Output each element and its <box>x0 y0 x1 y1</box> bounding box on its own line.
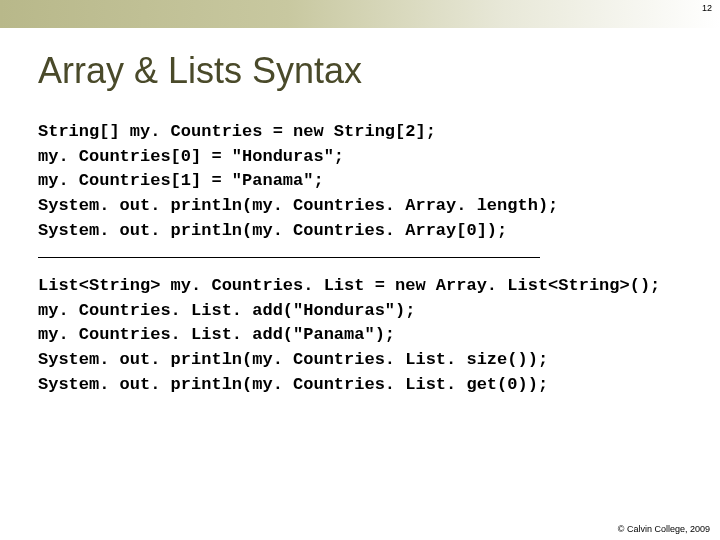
section-divider <box>38 257 540 258</box>
page-number: 12 <box>702 3 712 13</box>
code-block-array: String[] my. Countries = new String[2]; … <box>38 120 682 243</box>
code-block-list: List<String> my. Countries. List = new A… <box>38 274 682 397</box>
code-line: System. out. println(my. Countries. List… <box>38 350 548 369</box>
code-line: my. Countries. List. add("Honduras"); <box>38 301 415 320</box>
code-line: my. Countries[1] = "Panama"; <box>38 171 324 190</box>
code-line: List<String> my. Countries. List = new A… <box>38 276 660 295</box>
code-line: my. Countries. List. add("Panama"); <box>38 325 395 344</box>
code-line: System. out. println(my. Countries. List… <box>38 375 548 394</box>
code-line: my. Countries[0] = "Honduras"; <box>38 147 344 166</box>
copyright-footer: © Calvin College, 2009 <box>618 524 710 534</box>
code-line: String[] my. Countries = new String[2]; <box>38 122 436 141</box>
page-title: Array & Lists Syntax <box>38 50 682 92</box>
code-line: System. out. println(my. Countries. Arra… <box>38 221 507 240</box>
code-line: System. out. println(my. Countries. Arra… <box>38 196 558 215</box>
slide-content: Array & Lists Syntax String[] my. Countr… <box>0 28 720 397</box>
header-bar: 12 <box>0 0 720 28</box>
